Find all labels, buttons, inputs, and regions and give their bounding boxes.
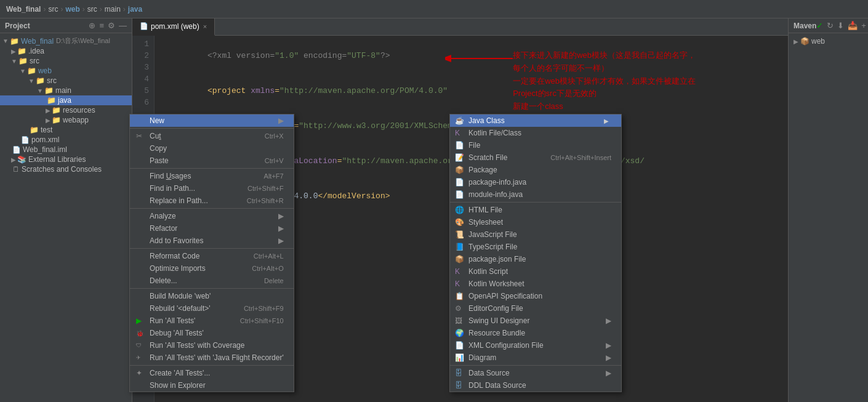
breadcrumb-src2[interactable]: src (87, 5, 97, 14)
breadcrumb-main[interactable]: main (105, 5, 121, 14)
submenu-label: Stylesheet (468, 218, 611, 227)
tree-label: resources (63, 106, 95, 115)
submenu-item-package[interactable]: 📦 Package (450, 164, 621, 176)
tree-label: test (41, 126, 52, 134)
submenu-item-resourcebundle[interactable]: 🌍 Resource Bundle (450, 327, 621, 339)
menu-item-runwithflight[interactable]: ✈ Run 'All Tests' with 'Java Flight Reco… (130, 352, 294, 364)
menu-label: Delete... (150, 276, 252, 285)
submenu-item-scratchfile[interactable]: 📝 Scratch File Ctrl+Alt+Shift+Insert (450, 151, 621, 164)
project-panel: Project ⊕ ≡ ⚙ — ▼ 📁 Web_final D:\音乐\Web_… (0, 18, 132, 402)
menu-separator (130, 208, 294, 209)
menu-label: Build Module 'web' (150, 292, 284, 300)
submenu-label: Kotlin Script (468, 267, 611, 276)
submenu-label: Resource Bundle (468, 329, 611, 337)
submenu-item-openapi[interactable]: 📋 OpenAPI Specification (450, 290, 621, 302)
maven-item-web[interactable]: ▶ 📦 web (791, 36, 866, 47)
submenu-item-kotlinfile[interactable]: K Kotlin File/Class (450, 127, 621, 139)
menu-item-delete[interactable]: Delete... Delete (130, 275, 294, 287)
tree-item-webapp[interactable]: ▶ 📁 webapp (0, 115, 132, 125)
menu-item-refactor[interactable]: Refactor ▶ (130, 222, 294, 235)
menu-item-findusages[interactable]: Find Usages Alt+F7 (130, 170, 294, 182)
menu-item-rebuild[interactable]: Rebuild '<default>' Ctrl+Shift+F9 (130, 302, 294, 315)
submenu-item-htmlfile[interactable]: 🌐 HTML File (450, 204, 621, 216)
breadcrumb-project: Web_final (6, 5, 41, 14)
folder-icon: 📁 (17, 47, 26, 55)
menu-item-optimizeimports[interactable]: Optimize Imports Ctrl+Alt+O (130, 262, 294, 275)
submenu-item-javaclass[interactable]: ☕ Java Class ▶ (450, 115, 621, 127)
menu-item-showinexplorer[interactable]: Show in Explorer (130, 379, 294, 392)
submenu-label: Kotlin Worksheet (468, 279, 611, 288)
tree-item-pomxml[interactable]: 📄 pom.xml (0, 135, 132, 145)
submenu-item-file[interactable]: 📄 File (450, 139, 621, 151)
submenu-separator (450, 202, 621, 203)
menu-item-replaceinpath[interactable]: Replace in Path... Ctrl+Shift+R (130, 195, 294, 207)
menu-arrow: ▶ (278, 236, 284, 245)
submenu-item-ddl[interactable]: 🗄 DDL Data Source (450, 379, 621, 392)
breadcrumb-java[interactable]: java (128, 5, 142, 14)
maven-refresh-icon[interactable]: ↻ (827, 21, 834, 30)
menu-item-cut[interactable]: ✂ Cut Ctrl+X (130, 130, 294, 142)
menu-arrow: ▶ (278, 224, 284, 233)
menu-item-debug[interactable]: 🐞 Debug 'All Tests' (130, 327, 294, 339)
maven-sources-icon[interactable]: 📥 (848, 21, 858, 30)
menu-item-buildmodule[interactable]: Build Module 'web' (130, 290, 294, 302)
maven-check-icon[interactable]: ✓ (816, 21, 823, 30)
tree-item-test[interactable]: 📁 test (0, 125, 132, 135)
submenu-item-packagejson[interactable]: 📦 package.json File (450, 253, 621, 265)
submenu-item-packageinfojava[interactable]: 📄 package-info.java (450, 176, 621, 188)
tree-item-websrc[interactable]: ▼ 📁 src (0, 76, 132, 86)
locate-icon[interactable]: ⊕ (89, 21, 95, 30)
menu-item-copy[interactable]: Copy (130, 142, 294, 155)
submenu-item-tsfile[interactable]: 📘 TypeScript File (450, 241, 621, 253)
submenu-item-editorconfig[interactable]: ⚙ EditorConfig File (450, 302, 621, 315)
menu-item-new[interactable]: New ▶ (130, 115, 294, 127)
submenu-item-kotlinscript[interactable]: K Kotlin Script (450, 265, 621, 278)
submenu-item-xmlconfig[interactable]: 📄 XML Configuration File ▶ (450, 339, 621, 352)
menu-item-createalltests[interactable]: ✦ Create 'All Tests'... (130, 367, 294, 379)
tree-item-iml[interactable]: 📄 Web_final.iml (0, 145, 132, 155)
breadcrumb-sep3: › (82, 5, 85, 14)
submenu-item-datasource[interactable]: 🗄 Data Source ▶ (450, 367, 621, 379)
tree-item-web[interactable]: ▼ 📁 web (0, 66, 132, 76)
tree-arrow: ▶ (11, 156, 16, 163)
tree-item-resources[interactable]: ▶ 📁 resources (0, 105, 132, 115)
menu-label: Refactor (150, 224, 275, 233)
breadcrumb: Web_final › src › web › src › main › jav… (6, 5, 142, 14)
tab-close-button[interactable]: × (203, 23, 207, 30)
tab-pomxml[interactable]: 📄 pom.xml (web) × (132, 18, 215, 36)
menu-item-runalltests[interactable]: ▶ Run 'All Tests' Ctrl+Shift+F10 (130, 315, 294, 327)
menu-item-reformat[interactable]: Reformat Code Ctrl+Alt+L (130, 250, 294, 262)
submenu-label: Kotlin File/Class (468, 129, 611, 137)
minimize-icon[interactable]: — (119, 21, 127, 30)
breadcrumb-web[interactable]: web (65, 5, 79, 14)
menu-item-analyze[interactable]: Analyze ▶ (130, 210, 294, 222)
submenu-item-kotlinworksheet[interactable]: K Kotlin Worksheet (450, 278, 621, 290)
tree-item-java[interactable]: 📁 java (0, 95, 132, 105)
menu-item-findinpath[interactable]: Find in Path... Ctrl+Shift+F (130, 182, 294, 195)
menu-shortcut: Ctrl+Shift+R (247, 197, 284, 204)
tree-arrow: ▼ (2, 38, 9, 44)
tree-item-webfinal[interactable]: ▼ 📁 Web_final D:\音乐\Web_final (0, 36, 132, 46)
tree-item-main[interactable]: ▼ 📁 main (0, 86, 132, 95)
submenu-item-swingui[interactable]: 🖼 Swing UI Designer ▶ (450, 315, 621, 327)
tree-arrow: ▶ (11, 48, 16, 55)
breadcrumb-src1[interactable]: src (48, 5, 58, 14)
submenu-item-moduleinfojava[interactable]: 📄 module-info.java (450, 188, 621, 201)
context-menu: New ▶ ✂ Cut Ctrl+X Copy Paste Ctrl+V (129, 114, 294, 392)
tree-item-idea[interactable]: ▶ 📁 .idea (0, 46, 132, 56)
maven-download-icon[interactable]: ⬇ (837, 21, 844, 30)
tree-item-src[interactable]: ▼ 📁 src (0, 56, 132, 66)
settings-icon[interactable]: ⚙ (108, 21, 115, 30)
tree-item-extlibs[interactable]: ▶ 📚 External Libraries (0, 155, 132, 164)
tree-item-scratches[interactable]: 🗒 Scratches and Consoles (0, 164, 132, 174)
menu-item-paste[interactable]: Paste Ctrl+V (130, 155, 294, 167)
maven-add-icon[interactable]: + (861, 21, 866, 30)
submenu-item-diagram[interactable]: 📊 Diagram ▶ (450, 352, 621, 364)
expand-icon[interactable]: ≡ (99, 21, 104, 30)
menu-item-runwithcoverage[interactable]: 🛡 Run 'All Tests' with Coverage (130, 339, 294, 352)
menu-label-cut: Cut (150, 132, 252, 140)
debug-icon: 🐞 (136, 330, 146, 337)
submenu-item-jsfile[interactable]: 📜 JavaScript File (450, 228, 621, 241)
submenu-item-stylesheet[interactable]: 🎨 Stylesheet (450, 216, 621, 228)
menu-item-addtofavorites[interactable]: Add to Favorites ▶ (130, 235, 294, 247)
